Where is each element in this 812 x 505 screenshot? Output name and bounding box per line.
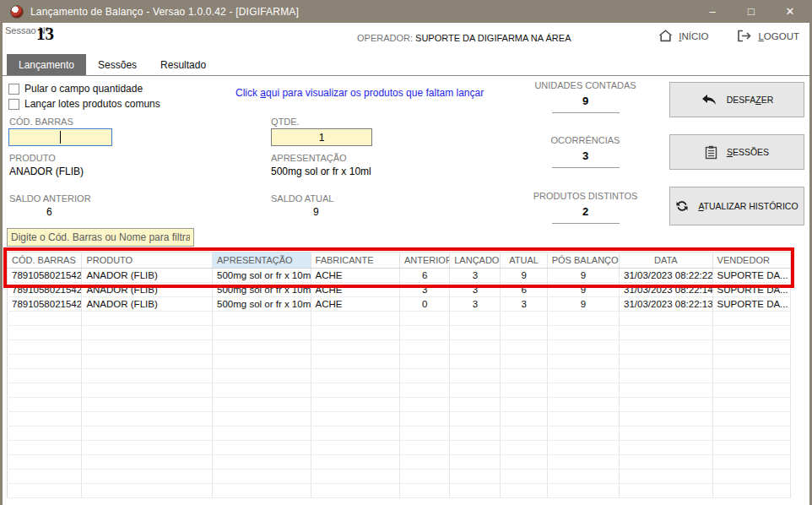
saldo-anterior-label: SALDO ANTERIOR xyxy=(9,193,91,204)
saldo-anterior-value: 6 xyxy=(46,206,52,218)
atualizar-historico-button[interactable]: ATUALIZAR HISTÓRICO xyxy=(669,187,804,225)
empty-row xyxy=(8,383,791,398)
empty-row xyxy=(8,398,791,412)
checkbox-common-lots[interactable]: Lançar lotes produtos comuns xyxy=(8,98,160,110)
empty-row xyxy=(8,369,791,383)
empty-row xyxy=(8,484,791,498)
undo-icon xyxy=(701,94,717,106)
empty-row xyxy=(8,455,791,470)
table-header-row: CÓD. BARRAS PRODUTO APRESENTAÇÃO FABRICA… xyxy=(8,252,791,269)
empty-row xyxy=(8,470,791,484)
empty-row xyxy=(8,326,791,340)
empty-row xyxy=(8,355,791,369)
table-filter-input[interactable] xyxy=(7,228,194,247)
saldo-atual-label: SALDO ATUAL xyxy=(271,193,333,204)
empty-row xyxy=(8,426,791,441)
sessoes-button[interactable]: SESSÕES xyxy=(669,134,804,170)
inicio-button[interactable]: INÍCIO xyxy=(658,30,708,42)
col-atual[interactable]: ATUAL xyxy=(501,252,547,269)
empty-row xyxy=(8,412,791,426)
col-lancado[interactable]: LANÇADO xyxy=(450,252,501,269)
session-number: 13 xyxy=(36,24,54,45)
col-data[interactable]: DATA xyxy=(620,252,712,269)
empty-row xyxy=(8,312,791,326)
tab-sessoes[interactable]: Sessões xyxy=(86,54,149,75)
tab-lancamento[interactable]: Lançamento xyxy=(7,54,86,75)
app-icon xyxy=(10,5,24,19)
stat-underline xyxy=(552,223,620,224)
stat-underline xyxy=(552,112,620,113)
empty-row xyxy=(8,441,791,455)
logout-icon xyxy=(737,30,752,42)
refresh-icon xyxy=(675,199,689,213)
minimize-button[interactable]: – xyxy=(693,0,732,23)
stat-unidades-contadas: UNIDADES CONTADAS 9 xyxy=(516,80,655,113)
app-window: Lançamento de Balanço - Versao 1.0.0.42 … xyxy=(0,0,812,505)
stat-underline xyxy=(552,167,620,168)
history-table: CÓD. BARRAS PRODUTO APRESENTAÇÃO FABRICA… xyxy=(7,252,792,498)
stat-produtos-distintos: PRODUTOS DISTINTOS 2 xyxy=(516,191,655,224)
apresentacao-value: 500mg sol or fr x 10ml xyxy=(271,166,371,177)
operator-name: SUPORTE DA DIGIFARMA NA ÁREA xyxy=(415,33,571,43)
operator-label: OPERADOR: xyxy=(357,33,413,43)
cod-barras-label: CÓD. BARRAS xyxy=(9,117,73,127)
table-row[interactable]: 7891058021542 ANADOR (FLIB) 500mg sol or… xyxy=(8,269,791,283)
produto-label: PRODUTO xyxy=(9,153,56,163)
clipboard-icon xyxy=(705,145,717,160)
col-anterior[interactable]: ANTERIOR xyxy=(399,252,449,269)
missing-products-link[interactable]: Click aqui para visualizar os produtos q… xyxy=(235,87,484,99)
col-apresentacao[interactable]: APRESENTAÇÃO xyxy=(213,252,311,269)
maximize-button[interactable]: □ xyxy=(732,0,771,23)
main-content: Pular o campo quantidade Lançar lotes pr… xyxy=(3,76,809,505)
tab-resultado[interactable]: Resultado xyxy=(149,54,218,75)
top-bar: Sessao Nº 13 OPERADOR: SUPORTE DA DIGIFA… xyxy=(3,23,809,53)
checkbox-icon[interactable] xyxy=(8,99,19,110)
close-button[interactable]: ✕ xyxy=(771,0,809,23)
apresentacao-label: APRESENTAÇÃO xyxy=(271,153,347,163)
checkbox-label: Lançar lotes produtos comuns xyxy=(24,98,160,110)
empty-row xyxy=(8,340,791,355)
tab-strip: Lançamento Sessões Resultado xyxy=(3,53,809,76)
stat-ocorrencias: OCORRÊNCIAS 3 xyxy=(516,135,655,168)
operator-info: OPERADOR: SUPORTE DA DIGIFARMA NA ÁREA xyxy=(357,33,571,43)
desfazer-button[interactable]: DESFAZER xyxy=(669,82,804,117)
checkbox-label: Pular o campo quantidade xyxy=(24,83,143,95)
window-controls: – □ ✕ xyxy=(693,0,809,23)
checkbox-skip-quantity[interactable]: Pular o campo quantidade xyxy=(8,83,143,95)
text-caret xyxy=(60,131,61,144)
col-produto[interactable]: PRODUTO xyxy=(82,252,213,269)
saldo-atual-value: 9 xyxy=(313,206,319,218)
col-fabricante[interactable]: FABRICANTE xyxy=(311,252,399,269)
col-pos-balanco[interactable]: PÓS BALANÇO xyxy=(547,252,619,269)
logout-button[interactable]: LOGOUT xyxy=(737,30,799,42)
window-title: Lançamento de Balanço - Versao 1.0.0.42 … xyxy=(30,6,299,18)
col-vendedor[interactable]: VENDEDOR xyxy=(712,252,790,269)
checkbox-icon[interactable] xyxy=(8,84,19,95)
table-row[interactable]: 7891058021542 ANADOR (FLIB) 500mg sol or… xyxy=(8,297,791,312)
produto-value: ANADOR (FLIB) xyxy=(9,166,84,177)
table-row[interactable]: 7891058021542 ANADOR (FLIB) 500mg sol or… xyxy=(8,283,791,297)
titlebar: Lançamento de Balanço - Versao 1.0.0.42 … xyxy=(3,0,809,23)
qtde-input[interactable] xyxy=(271,128,372,146)
qtde-label: QTDE. xyxy=(271,117,300,127)
col-cod-barras[interactable]: CÓD. BARRAS xyxy=(8,252,82,269)
home-icon xyxy=(658,30,673,42)
